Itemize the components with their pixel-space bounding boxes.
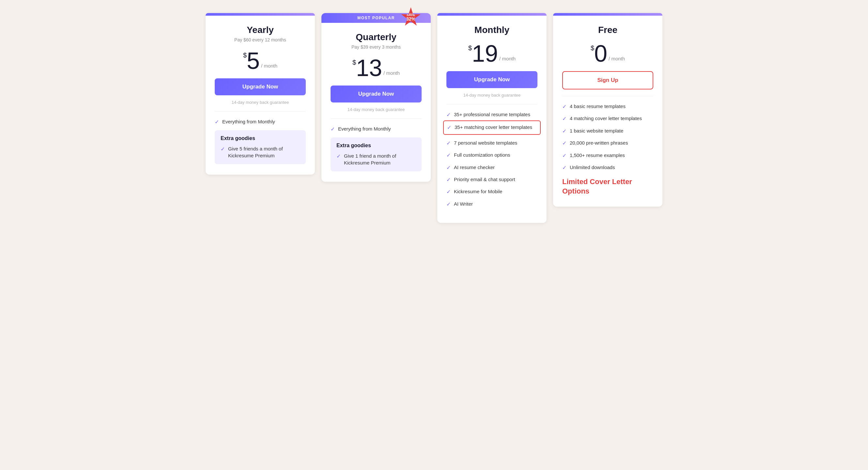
- feature-item: ✓ Everything from Monthly: [331, 125, 422, 133]
- monthly-upgrade-button[interactable]: Upgrade Now: [446, 71, 537, 88]
- extra-goodies-list-quarterly: ✓ Give 1 friend a month of Kickresume Pr…: [336, 152, 416, 166]
- feature-item: ✓ 4 basic resume templates: [562, 103, 653, 110]
- feature-item: ✓ Kickresume for Mobile: [446, 188, 537, 195]
- check-icon: ✓: [446, 176, 451, 183]
- quarterly-upgrade-button[interactable]: Upgrade Now: [331, 86, 422, 102]
- divider-free: [562, 96, 653, 96]
- feature-item: ✓ Everything from Monthly: [215, 118, 306, 126]
- check-icon: ✓: [446, 164, 451, 171]
- check-icon: ✓: [562, 103, 566, 110]
- money-back-quarterly: 14-day money back guarantee: [331, 107, 422, 112]
- free-red-title: Limited Cover Letter Options: [562, 177, 653, 196]
- price-period-yearly: / month: [261, 63, 277, 68]
- feature-item: ✓ 1 basic website template: [562, 127, 653, 135]
- check-icon: ✓: [562, 152, 566, 159]
- check-icon: ✓: [562, 164, 566, 171]
- feature-item: ✓ 35+ professional resume templates: [446, 111, 537, 119]
- check-icon: ✓: [447, 124, 451, 131]
- price-amount-free: 0: [594, 42, 607, 65]
- feature-item: ✓ AI Writer: [446, 200, 537, 208]
- feature-text: Everything from Monthly: [338, 125, 391, 132]
- feature-item: ✓ Unlimited downloads: [562, 164, 653, 171]
- check-icon: ✓: [446, 152, 451, 159]
- feature-text: AI Writer: [454, 200, 473, 207]
- feature-text: Unlimited downloads: [570, 164, 615, 171]
- price-currency-yearly: $: [243, 52, 247, 59]
- feature-text: Everything from Monthly: [222, 118, 275, 125]
- feature-text: Priority email & chat support: [454, 176, 515, 183]
- yearly-upgrade-button[interactable]: Upgrade Now: [215, 78, 306, 95]
- plan-top-bar: [553, 13, 662, 15]
- price-period-quarterly: / month: [383, 70, 400, 76]
- feature-item: ✓ 1,500+ resume examples: [562, 152, 653, 159]
- features-list-yearly: ✓ Everything from Monthly: [215, 118, 306, 126]
- money-back-yearly: 14-day money back guarantee: [215, 100, 306, 105]
- price-amount-quarterly: 13: [356, 56, 382, 80]
- extra-goodies-list-yearly: ✓ Give 5 friends a month of Kickresume P…: [221, 145, 300, 159]
- divider-monthly: [446, 104, 537, 104]
- plan-card-quarterly: MOST POPULAR SAVE 32% QuarterlyPay $39 e…: [321, 13, 431, 182]
- divider-quarterly: [331, 119, 422, 119]
- check-icon: ✓: [221, 146, 225, 153]
- plan-price-row-quarterly: $ 13 / month: [331, 56, 422, 80]
- feature-item: ✓ 20,000 pre-written phrases: [562, 139, 653, 147]
- plan-price-row-free: $ 0 / month: [562, 42, 653, 65]
- feature-item: ✓ 7 personal website templates: [446, 139, 537, 147]
- price-period-free: / month: [609, 56, 625, 61]
- plan-header-quarterly: QuarterlyPay $39 every 3 months: [331, 32, 422, 50]
- feature-text: 4 basic resume templates: [570, 103, 625, 110]
- extra-goodies-box-quarterly: Extra goodies ✓ Give 1 friend a month of…: [331, 137, 422, 171]
- feature-item: ✓ Priority email & chat support: [446, 176, 537, 183]
- plan-header-monthly: Monthly: [446, 25, 537, 35]
- features-list-quarterly: ✓ Everything from Monthly: [331, 125, 422, 133]
- plan-header-free: Free: [562, 25, 653, 35]
- feature-text: 1,500+ resume examples: [570, 152, 625, 159]
- check-icon: ✓: [562, 140, 566, 147]
- money-back-monthly: 14-day money back guarantee: [446, 93, 537, 98]
- check-icon: ✓: [446, 201, 451, 208]
- price-currency-monthly: $: [468, 44, 472, 52]
- feature-text: 35+ matching cover letter templates: [455, 124, 532, 131]
- feature-text: Kickresume for Mobile: [454, 188, 502, 195]
- price-period-monthly: / month: [499, 56, 516, 61]
- plan-billing-quarterly: Pay $39 every 3 months: [331, 44, 422, 50]
- plan-price-row-monthly: $ 19 / month: [446, 42, 537, 65]
- feature-text: AI resume checker: [454, 164, 495, 171]
- extra-goodies-item: ✓ Give 1 friend a month of Kickresume Pr…: [336, 152, 416, 166]
- plan-card-free: Free $ 0 / month Sign Up ✓ 4 basic resum…: [553, 13, 662, 207]
- price-currency-free: $: [591, 44, 594, 52]
- plan-name-yearly: Yearly: [215, 25, 306, 35]
- plan-header-yearly: YearlyPay $60 every 12 months: [215, 25, 306, 42]
- price-currency-quarterly: $: [352, 59, 356, 66]
- check-icon: ✓: [336, 153, 341, 160]
- feature-text: 35+ professional resume templates: [454, 111, 530, 118]
- free-red-section: Limited Cover Letter Options: [562, 177, 653, 196]
- plan-top-bar: [437, 13, 547, 15]
- save-percent: 32%: [406, 17, 415, 22]
- check-icon: ✓: [331, 126, 335, 133]
- plan-card-yearly: YearlyPay $60 every 12 months $ 5 / mont…: [206, 13, 315, 175]
- check-icon: ✓: [215, 119, 219, 126]
- plan-billing-yearly: Pay $60 every 12 months: [215, 37, 306, 42]
- feature-item: ✓ Full customization options: [446, 152, 537, 159]
- features-list-monthly: ✓ 35+ professional resume templates ✓ 35…: [446, 111, 537, 208]
- check-icon: ✓: [446, 140, 451, 147]
- feature-text: 7 personal website templates: [454, 139, 517, 146]
- plan-price-row-yearly: $ 5 / month: [215, 49, 306, 72]
- extra-goodies-text: Give 5 friends a month of Kickresume Pre…: [228, 145, 300, 159]
- extra-goodies-text: Give 1 friend a month of Kickresume Prem…: [344, 152, 416, 166]
- price-amount-monthly: 19: [472, 42, 498, 65]
- extra-goodies-title-quarterly: Extra goodies: [336, 143, 416, 149]
- pricing-container: YearlyPay $60 every 12 months $ 5 / mont…: [206, 13, 662, 223]
- check-icon: ✓: [446, 111, 451, 119]
- feature-item: ✓ AI resume checker: [446, 164, 537, 171]
- feature-text: Full customization options: [454, 152, 510, 158]
- feature-text: 4 matching cover letter templates: [570, 115, 642, 122]
- free-signup-button[interactable]: Sign Up: [562, 71, 653, 89]
- extra-goodies-box-yearly: Extra goodies ✓ Give 5 friends a month o…: [215, 130, 306, 164]
- feature-item-highlighted: ✓ 35+ matching cover letter templates: [443, 120, 541, 134]
- plan-name-quarterly: Quarterly: [331, 32, 422, 42]
- check-icon: ✓: [446, 188, 451, 195]
- feature-text: 20,000 pre-written phrases: [570, 139, 628, 146]
- feature-item: ✓ 4 matching cover letter templates: [562, 115, 653, 122]
